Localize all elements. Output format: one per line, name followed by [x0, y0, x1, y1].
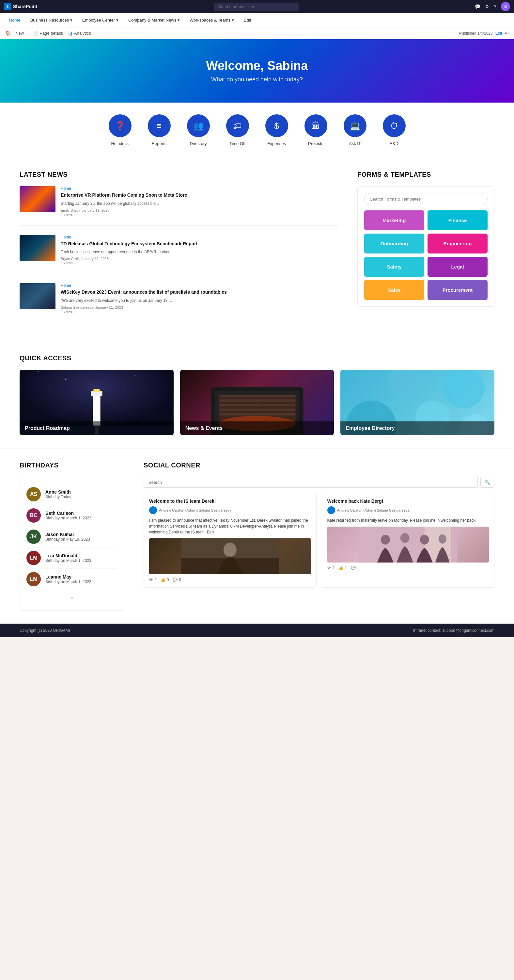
forms-templates-section: FORMS & TEMPLATES Marketing Finance Onbo… [357, 171, 494, 332]
nav-item-workspaces[interactable]: Workspaces & Teams ▾ [186, 15, 238, 25]
nav-askit[interactable]: 💻 Ask IT [344, 115, 366, 146]
nav-item-employee[interactable]: Employee Center ▾ [78, 15, 122, 25]
birthday-date-5: Birthday on March 1, 2023 [45, 579, 91, 584]
top-bar-right: 💬 ⚙ ? S [475, 2, 510, 11]
home-icon: 🏠 [5, 31, 10, 36]
nav-item-edit[interactable]: Edit [240, 15, 255, 25]
top-search-input[interactable] [214, 3, 298, 11]
main-content: LATEST NEWS Home Enterprise VR Platform … [0, 158, 514, 345]
social-corner-section: SOCIAL CORNER 🔍 Welcome to the IS team D… [144, 461, 494, 611]
news-content-3: Home WISeKey Davos 2023 Event: announces… [61, 283, 338, 313]
page-details-icon: 📄 [33, 31, 38, 36]
birthday-more-button[interactable]: ⌄ [27, 590, 117, 604]
timeoff-label: Time Off [229, 141, 246, 146]
news-desc-3: "We are very excited to welcome you to j… [61, 298, 338, 304]
new-button[interactable]: + New [12, 31, 24, 36]
birthday-name-4: Liza McDonald [45, 553, 91, 558]
form-onboarding-btn[interactable]: Onboarding [364, 234, 424, 253]
news-tag-3: Home [61, 283, 338, 288]
form-safety-btn[interactable]: Safety [364, 257, 424, 277]
svg-point-2 [38, 371, 39, 372]
forms-search-input[interactable] [364, 193, 487, 205]
comments-count-1: 💬 0 [173, 578, 181, 582]
notifications-icon[interactable]: 💬 [475, 4, 481, 9]
nav-directory[interactable]: 👥 Directory [187, 115, 210, 146]
news-date-1: January 11, 2023 [82, 208, 109, 212]
avatar[interactable]: S [501, 2, 510, 11]
news-title-3[interactable]: WISeKey Davos 2023 Event: announces the … [61, 289, 338, 296]
sharepoint-logo: S SharePoint [4, 3, 37, 10]
nav-timeoff[interactable]: 🏷 Time Off [226, 115, 249, 146]
birthday-card: AS Anne Smith Birthday Today BC Beth Car… [20, 477, 124, 611]
svg-point-38 [438, 535, 446, 544]
news-item[interactable]: Home WISeKey Davos 2023 Event: announces… [20, 283, 338, 323]
birthday-item: LM Liza McDonald Birthday on March 1, 20… [27, 547, 117, 569]
news-title-2[interactable]: TD Releases Global Technology Ecosystem … [61, 241, 338, 247]
news-item[interactable]: Home Enterprise VR Platform Remio Coming… [20, 186, 338, 226]
birthday-item: JK Jason Kumar Birthday on May 19, 2023 [27, 526, 117, 547]
news-desc-2: Tech businesses leave untapped revenue i… [61, 249, 338, 255]
form-legal-btn[interactable]: Legal [428, 257, 487, 277]
quick-nav: ❓ Helpdesk ≡ Reports 👥 Directory 🏷 Time … [0, 103, 514, 158]
social-actions-2: 👁 2 👍 1 💬 1 [327, 566, 489, 570]
quick-access-grid: Product Roadmap [20, 370, 494, 435]
helpdesk-label: Helpdesk [111, 141, 128, 146]
nav-projects[interactable]: 🏛 Projects [305, 115, 327, 146]
help-icon[interactable]: ? [494, 4, 497, 9]
news-item[interactable]: Home TD Releases Global Technology Ecosy… [20, 235, 338, 274]
news-author-2: Bryan Croft [61, 257, 79, 261]
nav-expenses[interactable]: $ Expenses [265, 115, 288, 146]
published-status: Published 1/4/2023 [459, 31, 493, 36]
edit-button[interactable]: Edit [495, 31, 502, 36]
footer-copyright: Copyright (c) 2023 ORIGAMI [20, 628, 70, 633]
settings-icon[interactable]: ⚙ [485, 4, 489, 9]
views-count-2: 👁 2 [327, 566, 335, 570]
social-search-button[interactable]: 🔍 [481, 477, 494, 488]
news-title-1[interactable]: Enterprise VR Platform Remio Coming Soon… [61, 192, 338, 199]
quick-access-section: QUICK ACCESS [0, 345, 514, 448]
footer-contact: Intranet contact: support@origamiconnect… [413, 628, 494, 633]
timeoff-icon: 🏷 [226, 115, 249, 137]
birthday-item: AS Anne Smith Birthday Today [27, 484, 117, 505]
top-bar-left: S SharePoint [4, 3, 37, 10]
news-date-2: January 11, 2023 [81, 257, 109, 261]
more-options-icon[interactable]: ••• [504, 31, 509, 36]
qa-card-news-events[interactable]: News & Events [180, 370, 334, 435]
helpdesk-icon: ❓ [109, 115, 132, 137]
social-author-1: Andrew Calston (Admin) Sabina Saetgareev… [149, 506, 311, 514]
birthday-date-3: Birthday on May 19, 2023 [45, 537, 90, 542]
form-procurement-btn[interactable]: Procurement [428, 280, 487, 300]
birthdays-section: BIRTHDAYS AS Anne Smith Birthday Today B… [20, 461, 144, 611]
nav-reports[interactable]: ≡ Reports [148, 115, 171, 146]
form-finance-btn[interactable]: Finance [428, 210, 487, 230]
nav-bar: Home Business Resources ▾ Employee Cente… [0, 13, 514, 27]
top-bar: S SharePoint 💬 ⚙ ? S [0, 0, 514, 13]
svg-point-7 [50, 387, 51, 387]
social-author-2: Andrew Calston (Admin) Sabina Saetgareev… [327, 506, 489, 514]
form-engineering-btn[interactable]: Engineering [428, 234, 487, 253]
nav-item-business[interactable]: Business Resources ▾ [27, 15, 76, 25]
form-sales-btn[interactable]: Sales [364, 280, 424, 300]
nav-helpdesk[interactable]: ❓ Helpdesk [109, 115, 132, 146]
qa-card-employee-directory[interactable]: Employee Directory [340, 370, 494, 435]
nav-item-company[interactable]: Company & Market News ▾ [124, 15, 184, 25]
nav-rnd[interactable]: ⏱ R&D [383, 115, 406, 146]
quick-access-title: QUICK ACCESS [20, 355, 494, 362]
svg-point-35 [381, 535, 390, 544]
svg-rect-32 [181, 558, 279, 574]
home-breadcrumb[interactable]: 🏠 + New [5, 31, 29, 36]
hero-banner: Welcome, Sabina What do you need help wi… [0, 39, 514, 103]
news-meta-1: Emily Smith, January 11, 2023 4 views [61, 208, 338, 216]
qa-label-news-events: News & Events [180, 422, 334, 435]
news-content-1: Home Enterprise VR Platform Remio Coming… [61, 186, 338, 216]
news-meta-2: Bryan Croft, January 11, 2023 4 views [61, 257, 338, 265]
social-search-input[interactable] [144, 477, 478, 488]
action-bar: 🏠 + New 📄 Page details 📊 Analytics Publi… [0, 27, 514, 39]
nav-item-home[interactable]: Home [5, 15, 24, 25]
birthday-item: BC Beth Carlson Birthday on March 1, 202… [27, 505, 117, 526]
latest-news-section: LATEST NEWS Home Enterprise VR Platform … [20, 171, 357, 332]
qa-card-product-roadmap[interactable]: Product Roadmap [20, 370, 174, 435]
form-marketing-btn[interactable]: Marketing [364, 210, 424, 230]
analytics-button[interactable]: 📊 Analytics [68, 31, 91, 36]
page-details-button[interactable]: 📄 Page details [33, 31, 63, 36]
